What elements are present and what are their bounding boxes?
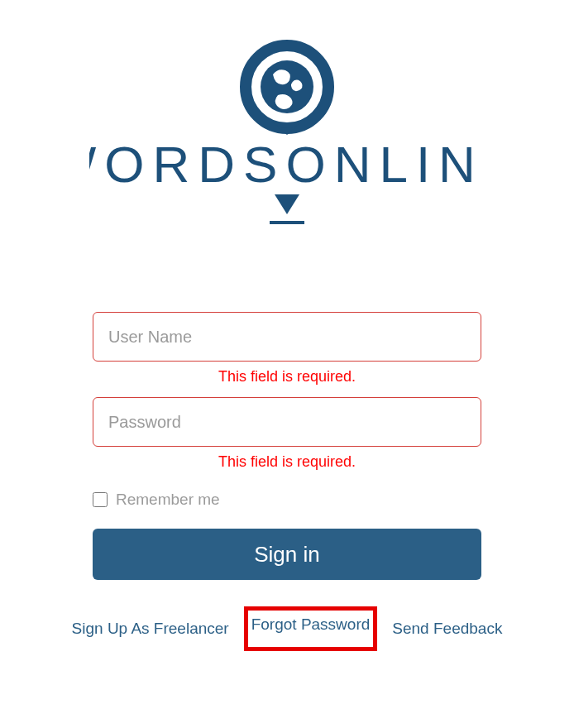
svg-text:WORDSONLINE: WORDSONLINE: [89, 136, 485, 193]
svg-rect-4: [270, 221, 304, 224]
footer-links: Sign Up As Freelancer Forgot Password Se…: [64, 606, 510, 651]
signup-link[interactable]: Sign Up As Freelancer: [72, 620, 229, 638]
password-group: This field is required.: [93, 397, 481, 471]
password-error: This field is required.: [93, 453, 481, 471]
remember-checkbox[interactable]: [93, 492, 108, 507]
logo: WORDSONLINE: [89, 37, 485, 229]
remember-label: Remember me: [116, 491, 220, 509]
username-input[interactable]: [93, 312, 481, 362]
remember-row: Remember me: [93, 491, 481, 509]
username-group: This field is required.: [93, 312, 481, 386]
feedback-link[interactable]: Send Feedback: [392, 620, 502, 638]
forgot-highlight: Forgot Password: [244, 606, 378, 651]
login-form: This field is required. This field is re…: [93, 312, 481, 580]
password-input[interactable]: [93, 397, 481, 447]
wordsonline-logo-icon: WORDSONLINE: [89, 37, 485, 229]
svg-marker-3: [275, 194, 299, 214]
forgot-password-link[interactable]: Forgot Password: [251, 615, 371, 633]
username-error: This field is required.: [93, 368, 481, 386]
signin-button[interactable]: Sign in: [93, 529, 481, 580]
